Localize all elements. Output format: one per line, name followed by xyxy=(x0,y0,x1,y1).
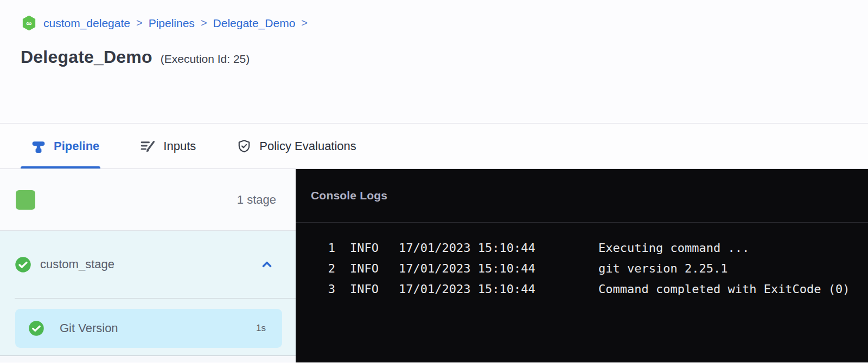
log-message: Executing command ... xyxy=(598,241,749,255)
breadcrumb: ∞ custom_delegate > Pipelines > Delegate… xyxy=(21,0,868,31)
stage-name-label: custom_stage xyxy=(40,257,251,271)
log-timestamp: 17/01/2023 15:10:44 xyxy=(399,262,535,275)
tab-inputs-label: Inputs xyxy=(163,139,196,153)
log-line-number: 3 xyxy=(328,282,335,296)
tab-pipeline[interactable]: Pipeline xyxy=(31,124,99,168)
app-root: ∞ custom_delegate > Pipelines > Delegate… xyxy=(0,0,868,362)
log-line-number: 1 xyxy=(328,241,335,255)
log-line-number: 2 xyxy=(328,262,335,275)
breadcrumb-pipelines-link[interactable]: Pipelines xyxy=(149,17,195,30)
log-message: Command completed with ExitCode (0) xyxy=(598,282,850,296)
console-title: Console Logs xyxy=(311,189,387,202)
log-level: INFO xyxy=(350,262,379,275)
log-line: 2 INFO 17/01/2023 15:10:44 git version 2… xyxy=(296,258,868,278)
stage-panel: 1 stage custom_stage xyxy=(0,169,296,362)
breadcrumb-separator: > xyxy=(301,17,308,29)
step-row-git-version[interactable]: Git Version 1s xyxy=(15,309,282,348)
log-line: 1 INFO 17/01/2023 15:10:44 Executing com… xyxy=(296,237,868,258)
execution-main: 1 stage custom_stage xyxy=(0,169,868,362)
title-row: Delegate_Demo (Execution Id: 25) xyxy=(21,47,868,67)
inputs-icon xyxy=(141,139,155,153)
steps-divider xyxy=(15,298,296,299)
stage-row-custom-stage[interactable]: custom_stage xyxy=(0,231,296,298)
panel-bottom-strip xyxy=(0,355,296,362)
step-name-label: Git Version xyxy=(60,321,241,335)
log-line: 3 INFO 17/01/2023 15:10:44 Command compl… xyxy=(296,278,868,299)
log-timestamp: 17/01/2023 15:10:44 xyxy=(399,282,535,296)
success-check-icon xyxy=(28,320,44,336)
log-level: INFO xyxy=(350,282,379,296)
shield-check-icon xyxy=(237,139,251,153)
page-header: ∞ custom_delegate > Pipelines > Delegate… xyxy=(0,0,868,124)
tab-policy-evaluations[interactable]: Policy Evaluations xyxy=(237,124,356,168)
pipeline-icon xyxy=(31,139,46,153)
tab-bar: Pipeline Inputs Policy Eval xyxy=(0,124,868,169)
stage-status-square-icon xyxy=(16,190,35,210)
execution-id-label: (Execution Id: 25) xyxy=(161,53,250,66)
success-check-icon xyxy=(15,256,31,273)
page-title: Delegate_Demo xyxy=(21,47,152,67)
breadcrumb-separator: > xyxy=(136,17,143,29)
tab-pipeline-label: Pipeline xyxy=(54,139,99,153)
tab-inputs[interactable]: Inputs xyxy=(141,124,196,168)
breadcrumb-pipeline-link[interactable]: Delegate_Demo xyxy=(213,17,296,30)
console-panel: Console Logs 1 INFO 17/01/2023 15:10:44 … xyxy=(296,169,868,362)
tab-policy-evaluations-label: Policy Evaluations xyxy=(259,139,356,153)
log-timestamp: 17/01/2023 15:10:44 xyxy=(399,241,535,255)
log-level: INFO xyxy=(350,241,379,255)
console-log-area[interactable]: 1 INFO 17/01/2023 15:10:44 Executing com… xyxy=(296,223,868,299)
stage-count-label: 1 stage xyxy=(237,193,276,207)
log-message: git version 2.25.1 xyxy=(598,262,727,275)
project-icon: ∞ xyxy=(21,15,37,31)
svg-text:∞: ∞ xyxy=(26,19,31,28)
breadcrumb-project-link[interactable]: custom_delegate xyxy=(43,17,130,30)
step-duration-label: 1s xyxy=(256,323,266,334)
console-header: Console Logs xyxy=(296,169,868,223)
breadcrumb-separator: > xyxy=(201,17,207,29)
chevron-up-icon[interactable] xyxy=(260,257,274,271)
stage-section: custom_stage Git Ver xyxy=(0,231,296,362)
stage-summary-row: 1 stage xyxy=(0,169,296,231)
